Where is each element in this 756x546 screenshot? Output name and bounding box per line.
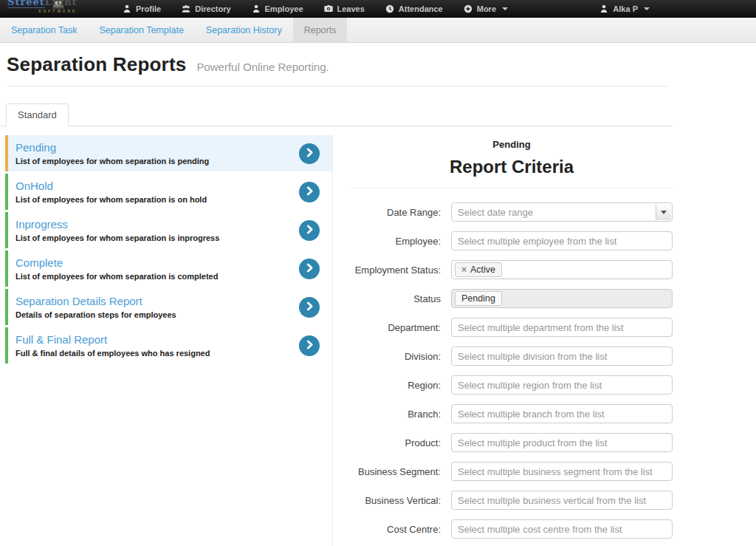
report-item-description: List of employees for whom separation is… [16,272,294,281]
report-item-title: Complete [16,256,294,270]
person-icon [252,4,261,13]
field-row-status: StatusPending [333,289,673,308]
dropdown-button[interactable] [656,204,671,220]
criteria-heading: Report Criteria [351,157,673,177]
chevron-right-icon [305,262,315,276]
chevron-right-icon [305,147,315,160]
logo-text: StreetLight SOFTWARE [7,0,77,16]
field-row-division: Division: [333,347,673,366]
field-row-employment-status: Employment Status:×Active [333,260,673,279]
field-label: Region: [333,380,451,391]
field-row-cost-centre: Cost Centre: [333,519,673,539]
tag-active: ×Active [455,262,502,277]
tab-standard[interactable]: Standard [6,103,69,126]
field-row-business-vertical: Business Vertical: [333,491,673,510]
user-menu[interactable]: Alka P [589,0,660,18]
report-item-onhold[interactable]: OnHoldList of employees for whom separat… [5,174,332,210]
camera-icon [324,4,333,13]
chevron-right-icon [305,224,315,237]
logo-tagline: SOFTWARE [7,7,77,16]
report-list: PendingList of employees for whom separa… [5,135,333,546]
report-tabs: Standard [0,103,673,126]
subnav-item-separation-task[interactable]: Separation Task [0,18,88,42]
report-item-pending[interactable]: PendingList of employees for whom separa… [5,135,332,171]
report-item-description: Full & final details of employees who ha… [16,349,294,358]
chevron-right-icon [305,185,315,199]
department-input[interactable] [451,318,673,337]
person-icon [599,4,608,13]
nav-item-label: Alka P [613,4,638,13]
navbar-menu: ProfileDirectoryEmployeeLeavesAttendance… [112,0,518,18]
people-icon [182,4,190,13]
field-label: Date Range: [333,207,451,218]
report-item-complete[interactable]: CompleteList of employees for whom separ… [5,250,332,287]
report-item-description: Details of separation steps for employee… [16,310,294,319]
report-item-separation-details-report[interactable]: Separation Details ReportDetails of sepa… [5,289,332,325]
report-item-title: OnHold [16,179,294,193]
nav-item-more[interactable]: More [453,0,518,18]
field-label: Business Segment: [333,466,451,477]
select-placeholder: Select date range [458,207,533,218]
subnav-item-reports[interactable]: Reports [293,18,348,42]
field-label: Cost Centre: [333,524,451,535]
subnav-item-separation-template[interactable]: Separation Template [88,18,194,42]
field-label: Product: [333,437,451,448]
nav-item-attendance[interactable]: Attendance [375,0,453,18]
chevron-right-icon [305,301,315,314]
region-input[interactable] [451,375,673,395]
nav-item-label: More [477,4,496,13]
remove-tag-icon[interactable]: × [461,264,467,276]
division-input[interactable] [451,347,673,366]
open-report-button[interactable] [299,143,320,164]
nav-item-leaves[interactable]: Leaves [314,0,375,18]
module-subnav: Separation TaskSeparation TemplateSepara… [0,18,756,43]
business-vertical-input[interactable] [451,491,673,510]
open-report-button[interactable] [299,182,320,202]
criteria-divider [351,188,673,188]
open-report-button[interactable] [299,335,320,356]
nav-item-label: Profile [136,4,161,13]
tag-pending: Pending [455,291,502,306]
employment-status-tagbox[interactable]: ×Active [451,260,673,279]
chevron-right-icon [305,339,315,352]
employee-input[interactable] [451,231,673,250]
branch-input[interactable] [451,404,673,423]
field-row-employee: Employee: [333,231,673,250]
report-item-description: List of employees for whom separation is… [16,157,294,165]
field-label: Department: [333,322,451,333]
report-item-title: Separation Details Report [16,294,294,308]
page-header: Separation ReportsPowerful Online Report… [0,43,673,86]
field-row-department: Department: [333,318,673,337]
field-label: Employment Status: [333,265,451,276]
navbar-user-menu: Alka P [589,0,660,18]
nav-item-profile[interactable]: Profile [112,0,171,18]
open-report-button[interactable] [299,297,320,318]
field-label: Branch: [333,409,451,420]
page-subtitle: Powerful Online Reporting. [196,61,329,73]
report-item-full-final-report[interactable]: Full & Final ReportFull & final details … [5,327,332,364]
field-row-date-range: Date Range:Select date range [333,202,673,222]
nav-item-directory[interactable]: Directory [171,0,241,18]
report-item-title: Inprogress [16,217,294,231]
page-title: Separation Reports [7,53,186,75]
cost-centre-input[interactable] [451,519,673,539]
report-item-inprogress[interactable]: InprogressList of employees for whom sep… [5,212,332,248]
caret-down-icon [661,211,667,214]
subnav-item-separation-history[interactable]: Separation History [195,18,293,42]
business-segment-input[interactable] [451,462,673,481]
clock-icon [385,4,394,13]
field-row-branch: Branch: [333,404,673,423]
field-row-product: Product: [333,433,673,452]
report-item-description: List of employees for whom separation is… [16,195,294,204]
product-input[interactable] [451,433,673,452]
open-report-button[interactable] [299,220,320,241]
nav-item-employee[interactable]: Employee [241,0,314,18]
header-divider [7,86,667,86]
date-range-select[interactable]: Select date range [451,202,673,222]
open-report-button[interactable] [299,259,320,279]
caret-down-icon [644,7,650,10]
criteria-form: Date Range:Select date rangeEmployee:Emp… [333,202,673,546]
streetlight-logo[interactable]: StreetLight SOFTWARE [0,0,112,18]
field-label: Division: [333,351,451,362]
top-navbar: StreetLight SOFTWARE ProfileDirectoryEmp… [0,0,756,18]
